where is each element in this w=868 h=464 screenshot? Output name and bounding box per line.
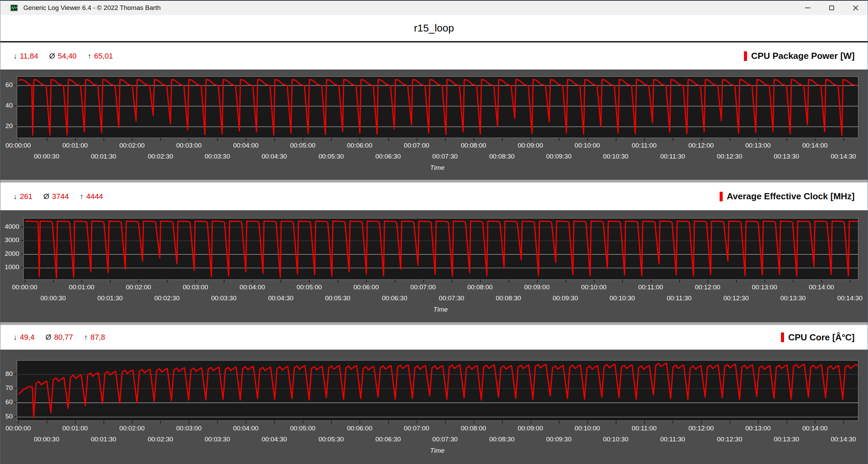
stats-band-power: ↓ 11,84 Ø 54,40 ↑ 65,01 CPU Package Powe…	[0, 42, 868, 70]
x-axis-label: 00:09:00	[524, 284, 550, 291]
titlebar: Generic Log Viewer 6.4 - © 2022 Thomas B…	[0, 0, 868, 15]
chart-plot-area[interactable]	[17, 76, 858, 138]
x-axis-label: 00:01:30	[91, 436, 116, 443]
x-axis-label: 00:11:00	[632, 425, 657, 432]
x-axis-tickmark	[338, 280, 338, 283]
x-axis-label: 00:09:30	[553, 294, 578, 302]
y-axis-tick-label: 20	[0, 122, 13, 130]
y-axis-tickmark	[21, 254, 23, 254]
x-axis-tickmark	[673, 421, 673, 424]
x-axis-tickmark	[786, 421, 787, 424]
x-axis-tickmark	[758, 421, 759, 424]
window-controls	[796, 1, 868, 15]
x-axis-tickmark	[594, 280, 595, 283]
x-axis-tickmark	[189, 138, 190, 141]
x-axis-tickmark	[359, 138, 360, 141]
x-axis-label: 00:03:30	[205, 153, 230, 160]
x-axis-label: 00:11:30	[667, 294, 692, 302]
x-axis-tickmark	[701, 421, 702, 424]
min-arrow-icon: ↓	[13, 192, 17, 201]
x-axis-tickmark	[331, 138, 332, 141]
x-axis-label: 00:14:30	[837, 294, 863, 302]
x-axis-label: 00:11:00	[632, 142, 657, 149]
stat-max: ↑ 87,8	[84, 333, 105, 342]
x-axis-label: 00:08:00	[467, 284, 493, 291]
section-separator	[0, 180, 868, 183]
x-axis-tickmark	[474, 138, 474, 141]
x-axis-tickmark	[18, 421, 19, 424]
y-axis-tick-label: 50	[0, 413, 13, 420]
x-axis-label: 00:02:30	[154, 294, 180, 302]
avg-icon: Ø	[49, 52, 55, 61]
x-axis-label: 00:14:30	[831, 153, 856, 160]
y-axis-tick-label: 80	[0, 370, 13, 378]
x-axis-tickmark	[815, 421, 816, 424]
y-axis-tickmark	[14, 374, 17, 375]
y-axis-tickmark	[21, 227, 23, 227]
x-axis-label: 00:10:30	[603, 436, 628, 443]
x-axis-title: Time	[433, 306, 448, 313]
stat-max: ↑ 65,01	[88, 52, 113, 61]
x-axis-label: 00:09:00	[518, 425, 543, 432]
x-axis-label: 00:09:00	[518, 142, 543, 149]
x-axis-tickmark	[474, 421, 474, 424]
max-value: 87,8	[90, 333, 105, 342]
stats-band-temp: ↓ 49,4 Ø 80,77 ↑ 87,8 CPU Core [Â°C]	[0, 325, 868, 350]
x-axis-tickmark	[616, 421, 616, 424]
maximize-button[interactable]	[820, 1, 844, 15]
x-axis-tickmark	[274, 138, 275, 141]
x-axis-tickmark	[423, 280, 424, 283]
x-axis-label: 00:01:00	[62, 425, 88, 432]
x-axis-label: 00:14:00	[809, 284, 834, 291]
x-axis-label: 00:04:00	[240, 284, 265, 291]
x-axis-label: 00:10:00	[581, 284, 607, 291]
x-axis-label: 00:05:30	[318, 436, 344, 443]
x-axis-tickmark	[417, 138, 417, 141]
x-axis-tickmark	[103, 138, 104, 141]
x-axis-label: 00:08:30	[496, 294, 521, 302]
x-axis-label: 00:06:00	[347, 425, 372, 432]
x-axis-tickmark	[252, 280, 253, 283]
x-axis-title: Time	[430, 447, 444, 454]
chart-plot-area[interactable]	[17, 360, 858, 421]
x-axis-tickmark	[587, 421, 588, 424]
x-axis-label: 00:04:00	[233, 142, 258, 149]
chart-panel-power: 20406000:00:0000:01:0000:02:0000:03:0000…	[0, 70, 868, 180]
y-axis-tickmark	[21, 240, 23, 241]
y-axis-tick-label: 70	[0, 384, 13, 392]
x-axis-tickmark	[821, 280, 822, 283]
chart-section-effective-clock: ↓ 261 Ø 3744 ↑ 4444 Average Effective Cl…	[0, 183, 868, 322]
y-axis-tick-label: 4000	[0, 223, 19, 230]
minimize-button[interactable]	[796, 1, 820, 15]
x-axis-label: 00:00:00	[12, 284, 37, 291]
x-axis-label: 00:10:30	[610, 294, 635, 302]
x-axis-tickmark	[189, 421, 190, 424]
x-axis-label: 00:08:30	[489, 436, 515, 443]
stat-avg: Ø 80,77	[46, 333, 73, 342]
x-axis-label: 00:02:30	[148, 153, 173, 160]
x-axis-label: 00:14:00	[802, 425, 828, 432]
x-axis-tickmark	[132, 138, 133, 141]
window-title: Generic Log Viewer 6.4 - © 2022 Thomas B…	[23, 4, 161, 12]
chart-plot-area[interactable]	[23, 218, 858, 280]
x-axis-tickmark	[217, 421, 218, 424]
x-axis-label: 00:10:00	[575, 142, 600, 149]
x-axis-tickmark	[843, 421, 844, 424]
min-value: 11,84	[20, 52, 38, 61]
legend-label: CPU Package Power [W]	[751, 51, 855, 61]
x-axis-label: 00:01:30	[97, 294, 123, 302]
stat-min: ↓ 11,84	[13, 52, 38, 61]
x-axis-label: 00:11:30	[660, 436, 685, 443]
x-axis-tickmark	[388, 421, 389, 424]
x-axis-label: 00:13:00	[752, 284, 777, 291]
min-value: 261	[20, 192, 33, 201]
max-arrow-icon: ↑	[84, 333, 88, 342]
x-axis-tickmark	[644, 138, 645, 141]
x-axis-tickmark	[160, 421, 161, 424]
stats-clock: ↓ 261 Ø 3744 ↑ 4444	[13, 192, 103, 201]
maximize-icon	[829, 5, 834, 10]
x-axis-label: 00:06:30	[376, 153, 401, 160]
x-axis-tickmark	[758, 138, 759, 141]
close-button[interactable]	[844, 1, 868, 15]
max-arrow-icon: ↑	[80, 192, 84, 201]
